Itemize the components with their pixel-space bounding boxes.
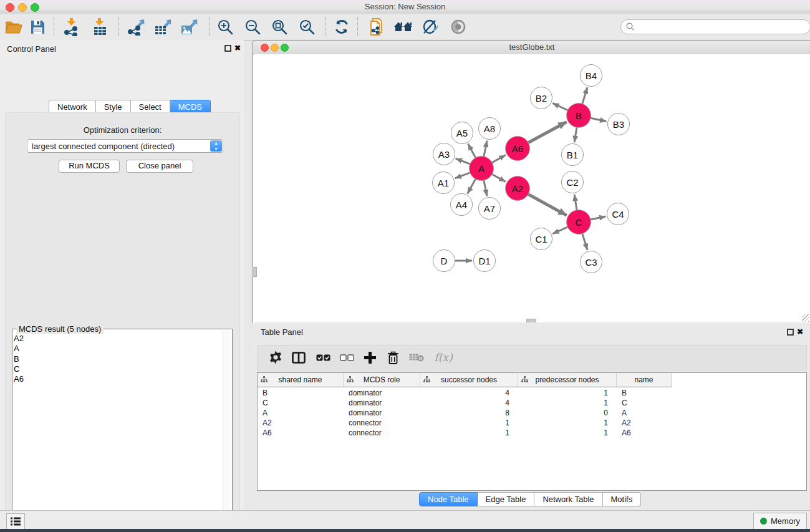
deselect-all-button[interactable] bbox=[336, 347, 357, 367]
table-toolbar: f(x) bbox=[257, 345, 807, 370]
run-mcds-button[interactable]: Run MCDS bbox=[59, 160, 120, 173]
table-row[interactable]: Adominator80A bbox=[258, 408, 672, 418]
mcds-tab-content: Optimization criterion: largest connecte… bbox=[5, 112, 240, 532]
graph-node-B[interactable]: B bbox=[566, 103, 591, 128]
graph-node-B3[interactable]: B3 bbox=[607, 113, 630, 135]
import-table-button[interactable] bbox=[89, 16, 111, 37]
graph-node-C1[interactable]: C1 bbox=[530, 228, 552, 250]
search-input[interactable] bbox=[620, 19, 810, 34]
graph-node-C4[interactable]: C4 bbox=[607, 203, 629, 225]
graph-node-C3[interactable]: C3 bbox=[580, 251, 602, 273]
graph-node-A2[interactable]: A2 bbox=[505, 176, 530, 201]
mcds-result-item[interactable]: A2 bbox=[14, 334, 223, 344]
settings-gear-button[interactable] bbox=[265, 347, 286, 367]
mcds-result-item[interactable]: C bbox=[14, 364, 223, 374]
vertical-scroll-stub[interactable] bbox=[253, 267, 257, 277]
tab-network-table[interactable]: Network Table bbox=[534, 492, 602, 506]
table-tabs: Node TableEdge TableNetwork TableMotifs bbox=[419, 492, 641, 506]
graph-node-A7[interactable]: A7 bbox=[478, 197, 501, 220]
import-network-button[interactable] bbox=[60, 16, 83, 37]
hide-annotations-button[interactable] bbox=[419, 16, 441, 37]
export-image-button[interactable] bbox=[178, 16, 200, 37]
graph-node-A[interactable]: A bbox=[469, 156, 494, 181]
column-type-icon bbox=[521, 376, 528, 383]
table-row[interactable]: Bdominator41B bbox=[258, 388, 672, 398]
table-cell: A bbox=[258, 408, 344, 418]
graph-node-A5[interactable]: A5 bbox=[451, 122, 473, 144]
graph-node-B4[interactable]: B4 bbox=[580, 64, 602, 87]
column-view-button[interactable] bbox=[288, 347, 309, 367]
tab-edge-table[interactable]: Edge Table bbox=[478, 492, 535, 506]
delete-table-button[interactable] bbox=[406, 347, 427, 367]
refresh-view-button[interactable] bbox=[330, 16, 353, 37]
tab-motifs[interactable]: Motifs bbox=[603, 492, 642, 506]
table-cell: dominator bbox=[344, 398, 420, 408]
network-graph-canvas[interactable]: B4B2BB3A5A8A6A3B1AA1C2A2A4A7C4CC1C3DD1 bbox=[254, 54, 810, 322]
column-header-MCDS-role[interactable]: MCDS role bbox=[344, 373, 420, 387]
graph-node-C[interactable]: C bbox=[566, 210, 591, 235]
column-header-predecessor-nodes[interactable]: predecessor nodes bbox=[518, 373, 617, 387]
mcds-result-list[interactable]: A2ABCA6 bbox=[14, 334, 223, 532]
mcds-result-scrollbar[interactable] bbox=[223, 331, 231, 532]
delete-column-button[interactable] bbox=[382, 347, 403, 367]
graph-node-A6[interactable]: A6 bbox=[505, 136, 530, 161]
graph-node-A4[interactable]: A4 bbox=[450, 193, 473, 216]
search-icon bbox=[626, 22, 635, 31]
status-bar: Memory bbox=[0, 510, 810, 530]
zoom-in-button[interactable] bbox=[214, 16, 236, 37]
table-row[interactable]: A2connector11A2 bbox=[258, 418, 672, 428]
graph-node-B2[interactable]: B2 bbox=[530, 87, 552, 109]
close-table-panel-icon[interactable]: ✖ bbox=[797, 328, 803, 336]
toggle-view-button[interactable] bbox=[447, 16, 470, 37]
table-cell: C bbox=[258, 398, 344, 408]
select-all-button[interactable] bbox=[312, 347, 334, 367]
graph-node-D[interactable]: D bbox=[433, 249, 455, 272]
export-network-icon bbox=[127, 19, 145, 36]
table-cell: 0 bbox=[518, 408, 617, 418]
float-panel-icon[interactable] bbox=[224, 45, 231, 52]
close-panel-icon[interactable]: ✖ bbox=[234, 44, 241, 52]
task-history-button[interactable] bbox=[6, 513, 25, 530]
graph-node-B1[interactable]: B1 bbox=[561, 143, 584, 166]
list-icon bbox=[11, 517, 21, 526]
table-cell: A6 bbox=[617, 428, 672, 438]
zoom-out-button[interactable] bbox=[241, 16, 264, 37]
gear-icon bbox=[269, 351, 282, 364]
new-network-button[interactable] bbox=[365, 16, 388, 37]
home-layout-button[interactable] bbox=[392, 16, 415, 37]
float-table-panel-icon[interactable] bbox=[787, 329, 794, 336]
mcds-result-item[interactable]: A6 bbox=[14, 374, 223, 384]
add-column-button[interactable] bbox=[359, 347, 380, 367]
graph-node-C2[interactable]: C2 bbox=[561, 171, 584, 193]
save-session-button[interactable] bbox=[26, 16, 49, 37]
graph-node-A3[interactable]: A3 bbox=[433, 143, 455, 165]
memory-button[interactable]: Memory bbox=[753, 513, 807, 530]
node-table[interactable]: shared nameMCDS rolesuccessor nodesprede… bbox=[257, 372, 807, 491]
function-builder-button[interactable]: f(x) bbox=[430, 347, 457, 367]
column-header-name[interactable]: name bbox=[617, 373, 672, 387]
trash-icon bbox=[387, 351, 399, 364]
table-row[interactable]: A6connector11A6 bbox=[258, 428, 672, 438]
close-panel-button[interactable]: Close panel bbox=[126, 160, 193, 173]
resize-grip[interactable] bbox=[802, 314, 809, 322]
graph-node-D1[interactable]: D1 bbox=[473, 249, 496, 272]
table-row[interactable]: Cdominator41C bbox=[258, 398, 672, 408]
export-network-button[interactable] bbox=[125, 16, 147, 37]
network-window-title: testGlobe.txt bbox=[253, 42, 810, 52]
graph-node-A8[interactable]: A8 bbox=[478, 117, 501, 140]
network-window-titlebar[interactable]: testGlobe.txt bbox=[253, 41, 810, 55]
zoom-fit-button[interactable] bbox=[268, 16, 291, 37]
tab-node-table[interactable]: Node Table bbox=[419, 492, 478, 506]
refresh-icon bbox=[334, 19, 350, 35]
save-icon bbox=[30, 19, 46, 35]
mcds-result-item[interactable]: B bbox=[14, 354, 223, 364]
graph-node-A1[interactable]: A1 bbox=[432, 172, 455, 194]
column-header-shared-name[interactable]: shared name bbox=[258, 373, 344, 387]
open-file-button[interactable] bbox=[2, 16, 25, 37]
criterion-select[interactable]: largest connected component (directed) ▲… bbox=[27, 139, 223, 153]
zoom-selected-button[interactable] bbox=[296, 16, 318, 37]
open-folder-icon bbox=[4, 19, 23, 35]
column-header-successor-nodes[interactable]: successor nodes bbox=[420, 373, 518, 387]
export-table-button[interactable] bbox=[152, 16, 174, 37]
mcds-result-item[interactable]: A bbox=[14, 344, 223, 354]
